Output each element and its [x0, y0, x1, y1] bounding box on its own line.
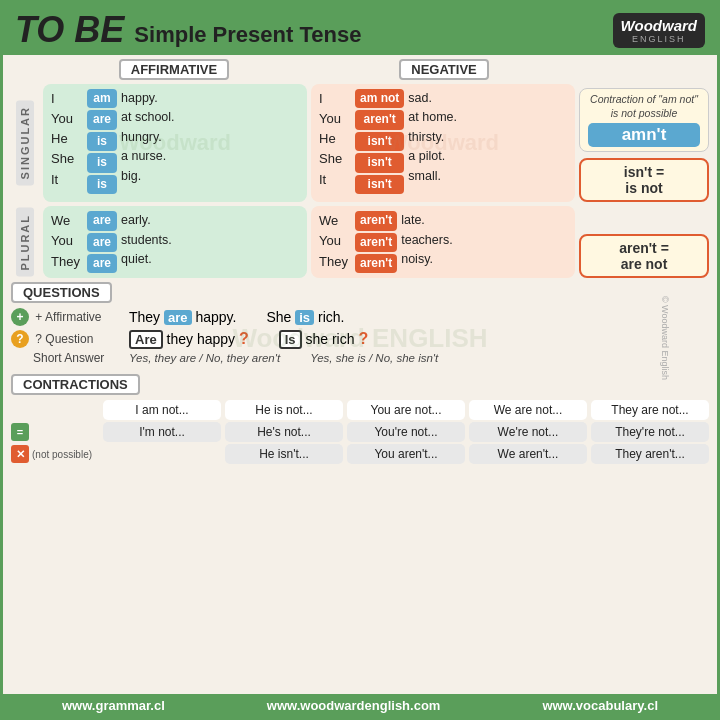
- verb-is-1: is: [87, 132, 117, 151]
- vertical-credit: © Woodward English: [660, 296, 670, 380]
- ct-row-notpossible: ✕ (not possible) He isn't... You aren't.…: [11, 444, 709, 464]
- questions-header-row: QUESTIONS: [11, 282, 709, 303]
- q-affirmative-label: + + Affirmative: [11, 308, 121, 326]
- plural-af-content: WeYouThey are are are early.students.qui…: [51, 211, 299, 273]
- plural-negative-box: WeYouThey aren't aren't aren't late.teac…: [311, 206, 575, 278]
- plural-af-adj: early.students.quiet.: [121, 211, 172, 269]
- header: TO BE Simple Present Tense Woodward ENGL…: [3, 3, 717, 55]
- q-question-row: ? ? Question Are they happy ? Is she ric…: [11, 330, 709, 348]
- singular-label-col: SINGULAR: [11, 84, 39, 202]
- ct-imnot: I'm not...: [103, 422, 221, 442]
- ct-cells-original: I am not... He is not... You are not... …: [103, 400, 709, 420]
- singular-af-adj: happy.at school.hungry.a nurse.big.: [121, 89, 175, 186]
- verb-are-s: are: [87, 110, 117, 129]
- verb-are-q2: Are: [129, 330, 163, 349]
- q-ex2-q: Is she rich ?: [279, 330, 368, 348]
- verb-are-p2: are: [87, 233, 117, 252]
- verb-are-p3: are: [87, 254, 117, 273]
- title-tobe: TO BE: [15, 9, 124, 51]
- q-ex1-af: They are happy.: [129, 309, 236, 325]
- contractions-section: CONTRACTIONS I am not... He is not... Yo…: [11, 374, 709, 466]
- verb-is-q: is: [295, 310, 314, 325]
- q-question-content: Are they happy ? Is she rich ?: [129, 330, 709, 348]
- footer-link-3[interactable]: www.vocabulary.cl: [542, 698, 658, 713]
- plus-badge: +: [11, 308, 29, 326]
- ct-yourenot: You're not...: [347, 422, 465, 442]
- q-ex1-q: Are they happy ?: [129, 330, 249, 348]
- singular-neg-pronouns: IYouHeSheIt: [319, 89, 351, 190]
- affirmative-header: AFFIRMATIVE: [119, 59, 229, 80]
- contractions-header-row: CONTRACTIONS: [11, 374, 709, 395]
- amnt-badge: amn't: [588, 123, 700, 147]
- ct-hesnot: He's not...: [225, 422, 343, 442]
- q-short-answer-label: Short Answer: [11, 351, 121, 365]
- ct-wearenot: We aren't...: [469, 444, 587, 464]
- ct-weare: We are not...: [469, 400, 587, 420]
- verb-are-q: are: [164, 310, 192, 325]
- verb-arent-p1: aren't: [355, 211, 397, 230]
- singular-neg-adj: sad.at home.thirsty.a pilot.small.: [408, 89, 457, 186]
- ct-youarenot: You aren't...: [347, 444, 465, 464]
- verb-arent-p2: aren't: [355, 233, 397, 252]
- questions-section: QUESTIONS Woodward ENGLISH + + Affirmati…: [11, 282, 709, 370]
- questions-header: QUESTIONS: [11, 282, 112, 303]
- contractions-header: CONTRACTIONS: [11, 374, 140, 395]
- short-ans-1: Yes, they are / No, they aren't: [129, 352, 280, 364]
- logo-text: Woodward: [621, 17, 697, 34]
- singular-neg-content: IYouHeSheIt am not aren't isn't isn't is…: [319, 89, 567, 194]
- callout-area-singular: Contraction of "am not" is not possible …: [579, 84, 709, 202]
- isnt-eq: isn't = is not: [591, 164, 697, 196]
- logo-box: Woodward ENGLISH: [613, 13, 705, 48]
- singular-neg-verbs: am not aren't isn't isn't isn't: [355, 89, 404, 194]
- ct-youare: You are not...: [347, 400, 465, 420]
- ct-cells-contraction: I'm not... He's not... You're not... We'…: [103, 422, 709, 442]
- page: TO BE Simple Present Tense Woodward ENGL…: [0, 0, 720, 720]
- arent-eq: aren't = are not: [591, 240, 697, 272]
- singular-af-verbs: am are is is is: [87, 89, 117, 194]
- not-possible-label: (not possible): [32, 449, 92, 460]
- plural-neg-verbs: aren't aren't aren't: [355, 211, 397, 273]
- q-affirmative-row: + + Affirmative They are happy. She is r…: [11, 308, 709, 326]
- x-icon: ✕: [11, 445, 29, 463]
- questions-content: Woodward ENGLISH + + Affirmative They ar…: [11, 306, 709, 370]
- plural-neg-pronouns: WeYouThey: [319, 211, 351, 271]
- contractions-content: I am not... He is not... You are not... …: [11, 398, 709, 466]
- plural-label-col: PLURAL: [11, 206, 39, 278]
- title-sub: Simple Present Tense: [134, 22, 361, 48]
- ct-row-contraction: = I'm not... He's not... You're not... W…: [11, 422, 709, 442]
- singular-affirmative-box: Woodward IYouHeSheIt am are is is is hap…: [43, 84, 307, 202]
- plural-neg-content: WeYouThey aren't aren't aren't late.teac…: [319, 211, 567, 273]
- plural-af-pronouns: WeYouThey: [51, 211, 83, 271]
- verb-isnt-1: isn't: [355, 132, 404, 151]
- main-content: AFFIRMATIVE NEGATIVE SINGULAR Woodward I…: [3, 55, 717, 694]
- verb-is-2: is: [87, 153, 117, 172]
- plural-af-verbs: are are are: [87, 211, 117, 273]
- ct-theyrenot: They're not...: [591, 422, 709, 442]
- verb-arent-s: aren't: [355, 110, 404, 129]
- verb-am: am: [87, 89, 117, 108]
- callout-area-plural: aren't = are not: [579, 206, 709, 278]
- ct-heisnot: He isn't...: [225, 444, 343, 464]
- singular-negative-box: Woodward IYouHeSheIt am not aren't isn't…: [311, 84, 575, 202]
- singular-label: SINGULAR: [16, 100, 34, 185]
- verb-isnt-2: isn't: [355, 153, 404, 172]
- ct-iam: I am not...: [103, 400, 221, 420]
- negative-header: NEGATIVE: [399, 59, 489, 80]
- short-ans-2: Yes, she is / No, she isn't: [310, 352, 438, 364]
- footer-link-2[interactable]: www.woodwardenglish.com: [267, 698, 441, 713]
- eq-icon: =: [11, 423, 29, 441]
- section-headers: AFFIRMATIVE NEGATIVE: [41, 59, 709, 80]
- verb-is-q2: Is: [279, 330, 302, 349]
- q-short-answer-content: Yes, they are / No, they aren't Yes, she…: [129, 352, 709, 364]
- ct-label-eq: =: [11, 423, 101, 441]
- q-question-label: ? ? Question: [11, 330, 121, 348]
- singular-af-pronouns: IYouHeSheIt: [51, 89, 83, 190]
- ct-werenot: We're not...: [469, 422, 587, 442]
- plural-label: PLURAL: [16, 208, 34, 277]
- footer-link-1[interactable]: www.grammar.cl: [62, 698, 165, 713]
- verb-is-3: is: [87, 175, 117, 194]
- verb-isnt-3: isn't: [355, 175, 404, 194]
- q-short-answer-row: Short Answer Yes, they are / No, they ar…: [11, 351, 709, 365]
- q-ex2-af: She is rich.: [266, 309, 344, 325]
- ct-empty: [103, 444, 221, 464]
